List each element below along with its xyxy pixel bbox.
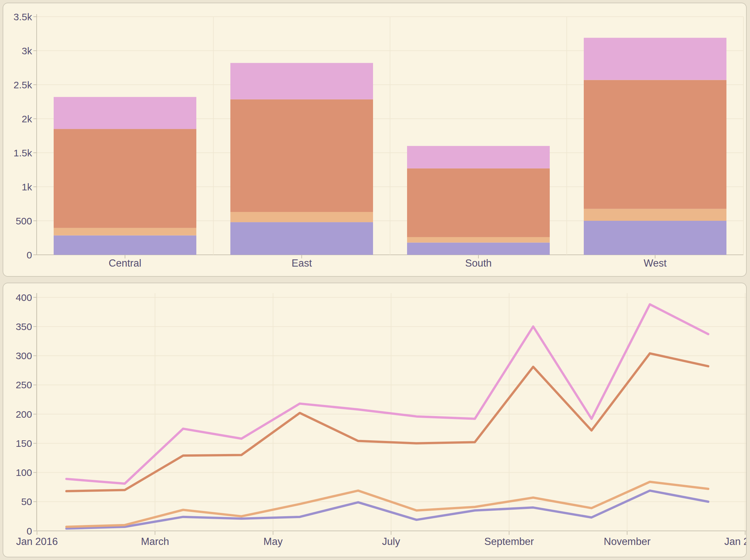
y-tick-label: 2k [22,114,33,124]
x-tick-label: Jan 2017 [724,536,746,547]
bar-segment-pink[interactable] [54,97,196,129]
bar-segment-salmon[interactable] [230,99,373,212]
bar-segment-tan[interactable] [407,237,550,243]
x-tick-label: Central [108,257,141,269]
y-tick-label: 500 [16,216,32,226]
bar-south [407,146,550,255]
bar-segment-purple[interactable] [407,243,550,255]
line-series-purple[interactable] [66,491,708,528]
bar-segment-purple[interactable] [230,222,373,255]
line-series-salmon[interactable] [66,353,708,491]
stacked-bar-chart: 05001k1.5k2k2.5k3k3.5kCentralEastSouthWe… [3,3,746,276]
bar-segment-pink[interactable] [230,63,373,99]
y-tick-label: 1k [22,182,33,192]
x-tick-label: West [644,257,667,269]
y-tick-label: 400 [16,292,32,303]
bar-segment-tan[interactable] [584,209,727,221]
y-tick-label: 3.5k [14,12,33,22]
y-tick-label: 50 [21,496,32,507]
bar-segment-pink[interactable] [584,38,727,80]
bar-segment-pink[interactable] [407,146,550,168]
x-tick-label: May [263,536,283,547]
line-series-pink[interactable] [66,304,708,483]
bar-segment-purple[interactable] [54,236,196,255]
line-chart: 050100150200250300350400Jan 2016MarchMay… [3,283,746,557]
x-tick-label: July [382,536,400,547]
bar-segment-tan[interactable] [54,228,196,236]
y-tick-label: 350 [16,321,32,332]
x-tick-label: November [604,536,651,547]
y-tick-label: 300 [16,350,32,361]
bar-segment-salmon[interactable] [407,168,550,237]
x-tick-label: Jan 2016 [16,536,58,547]
y-tick-label: 2.5k [14,79,33,90]
bar-segment-purple[interactable] [584,221,727,255]
bar-central [54,97,196,255]
line-chart-panel: 050100150200250300350400Jan 2016MarchMay… [3,283,747,557]
x-tick-label: March [141,536,169,547]
y-tick-label: 150 [16,438,32,449]
bar-segment-salmon[interactable] [584,80,727,209]
y-tick-label: 0 [26,249,32,260]
stacked-bar-chart-panel: 05001k1.5k2k2.5k3k3.5kCentralEastSouthWe… [3,3,747,277]
y-tick-label: 200 [16,409,32,420]
x-tick-label: South [465,257,492,269]
y-tick-label: 1.5k [14,147,33,158]
bar-segment-tan[interactable] [230,212,373,222]
bar-east [230,63,373,255]
y-tick-label: 100 [16,467,32,478]
y-tick-label: 250 [16,379,32,390]
y-tick-label: 0 [26,526,32,537]
x-tick-label: East [292,257,312,269]
bar-segment-salmon[interactable] [54,129,196,228]
bar-west [584,38,727,255]
x-tick-label: September [484,536,534,547]
y-tick-label: 3k [22,45,33,56]
